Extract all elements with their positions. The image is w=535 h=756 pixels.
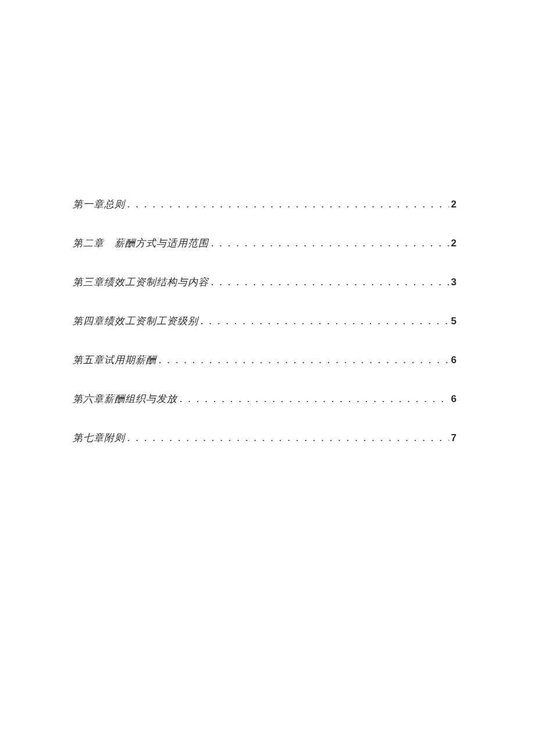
toc-title: 第三章绩效工资制结构与内容	[73, 275, 209, 289]
toc-dots: . . . . . . . . . . . . . . . . . . . . …	[211, 238, 449, 249]
toc-dots: . . . . . . . . . . . . . . . . . . . . …	[127, 432, 449, 444]
toc-page-number: 5	[451, 316, 456, 327]
toc-entry: 第一章总则 . . . . . . . . . . . . . . . . . …	[73, 198, 456, 211]
toc-dots: . . . . . . . . . . . . . . . . . . . . …	[180, 393, 449, 405]
toc-title: 第六章薪酬组织与发放	[73, 392, 177, 406]
toc-title: 第四章绩效工资制工资级别	[73, 314, 198, 328]
toc-page-number: 2	[451, 199, 456, 210]
toc-entry: 第三章绩效工资制结构与内容 . . . . . . . . . . . . . …	[73, 275, 456, 289]
toc-page-number: 7	[451, 432, 456, 444]
toc-page-number: 6	[451, 393, 456, 405]
toc-entry: 第四章绩效工资制工资级别 . . . . . . . . . . . . . .…	[73, 314, 456, 328]
document-page: 第一章总则 . . . . . . . . . . . . . . . . . …	[0, 0, 535, 445]
toc-dots: . . . . . . . . . . . . . . . . . . . . …	[127, 199, 449, 210]
toc-entry: 第二章 薪酬方式与适用范围 . . . . . . . . . . . . . …	[73, 237, 456, 250]
toc-dots: . . . . . . . . . . . . . . . . . . . . …	[211, 277, 449, 288]
toc-title: 第七章附则	[73, 431, 125, 445]
toc-title: 第二章 薪酬方式与适用范围	[73, 237, 209, 250]
toc-page-number: 3	[451, 277, 456, 288]
toc-page-number: 2	[451, 238, 456, 249]
toc-title: 第一章总则	[73, 198, 125, 211]
toc-dots: . . . . . . . . . . . . . . . . . . . . …	[159, 354, 449, 366]
toc-entry: 第五章试用期薪酬 . . . . . . . . . . . . . . . .…	[73, 353, 456, 367]
toc-entry: 第六章薪酬组织与发放 . . . . . . . . . . . . . . .…	[73, 392, 456, 406]
toc-entry: 第七章附则 . . . . . . . . . . . . . . . . . …	[73, 431, 456, 445]
toc-page-number: 6	[451, 354, 456, 366]
toc-title: 第五章试用期薪酬	[73, 353, 156, 367]
toc-dots: . . . . . . . . . . . . . . . . . . . . …	[201, 316, 449, 327]
